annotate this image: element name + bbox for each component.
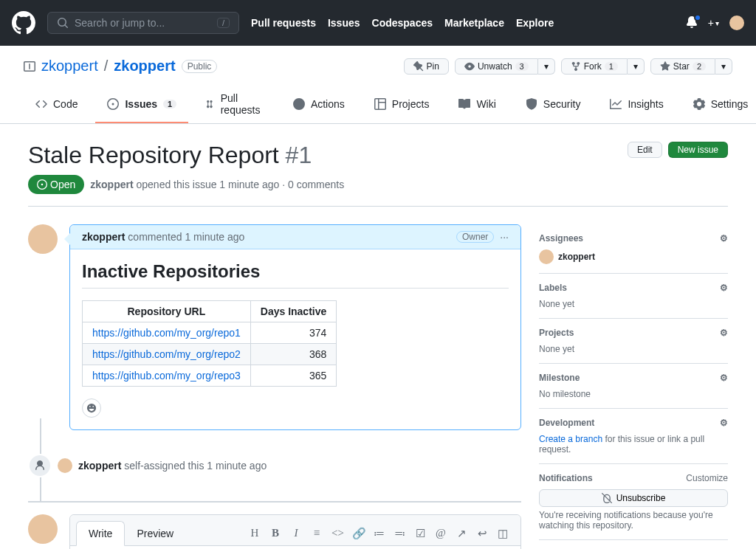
tab-projects[interactable]: Projects <box>362 86 441 123</box>
comment-heading: Inactive Repositories <box>82 261 509 289</box>
preview-tab[interactable]: Preview <box>125 522 185 545</box>
projects-label: Projects <box>539 328 574 338</box>
search-placeholder: Search or jump to... <box>75 17 165 29</box>
gear-icon[interactable]: ⚙ <box>720 233 728 244</box>
tab-pulls[interactable]: Pull requests <box>194 86 275 123</box>
inactive-repos-table: Repository URLDays Inactive https://gith… <box>82 300 337 387</box>
tab-settings[interactable]: Settings <box>681 86 756 123</box>
mention-icon[interactable]: @ <box>435 527 447 540</box>
table-row: https://github.com/my_org/repo3365 <box>83 365 337 387</box>
development-label: Development <box>539 418 594 428</box>
crossref-icon[interactable]: ↗ <box>456 527 467 540</box>
tab-wiki[interactable]: Wiki <box>447 86 507 123</box>
unwatch-dropdown[interactable]: ▾ <box>538 58 555 75</box>
unwatch-button[interactable]: Unwatch3 <box>455 58 538 75</box>
tab-insights[interactable]: Insights <box>598 86 675 123</box>
diff-icon[interactable]: ◫ <box>497 527 509 540</box>
star-dropdown[interactable]: ▾ <box>715 58 732 75</box>
person-icon <box>28 454 52 477</box>
unsubscribe-button[interactable]: Unsubscribe <box>539 489 728 507</box>
visibility-badge: Public <box>182 60 218 73</box>
heading-icon[interactable]: H <box>249 527 261 540</box>
create-branch-link[interactable]: Create a branch <box>539 434 602 444</box>
table-row: https://github.com/my_org/repo2368 <box>83 344 337 365</box>
nav-explore[interactable]: Explore <box>516 17 554 29</box>
gear-icon[interactable]: ⚙ <box>720 418 728 428</box>
projects-value: None yet <box>539 344 728 354</box>
issue-title: Stale Repository Report #1 <box>28 142 312 169</box>
tab-code[interactable]: Code <box>24 86 89 123</box>
owner-badge: Owner <box>456 231 494 243</box>
timeline-event: zkoppert self-assigned this 1 minute ago <box>78 460 267 472</box>
comment-author[interactable]: zkoppert <box>82 231 125 243</box>
italic-icon[interactable]: I <box>290 527 302 540</box>
slash-hint: / <box>217 18 230 28</box>
code-icon[interactable]: <> <box>331 527 343 540</box>
bold-icon[interactable]: B <box>269 527 281 540</box>
fork-button[interactable]: Fork1 <box>561 58 628 75</box>
nav-pull-requests[interactable]: Pull requests <box>251 17 316 29</box>
nav-codespaces[interactable]: Codespaces <box>372 17 433 29</box>
current-user-avatar[interactable] <box>28 514 58 544</box>
assignee-avatar[interactable] <box>539 249 554 264</box>
table-row: https://github.com/my_org/repo1374 <box>83 322 337 344</box>
ol-icon[interactable]: ≕ <box>394 527 405 540</box>
new-issue-button[interactable]: New issue <box>668 142 728 158</box>
search-input[interactable]: Search or jump to... / <box>47 12 239 34</box>
nav-issues[interactable]: Issues <box>328 17 360 29</box>
issue-meta: zkoppert opened this issue 1 minute ago … <box>90 179 344 190</box>
comment-menu-icon[interactable]: ··· <box>500 231 509 243</box>
github-logo-icon[interactable] <box>12 11 35 35</box>
link-icon[interactable]: 🔗 <box>352 527 364 540</box>
gear-icon[interactable]: ⚙ <box>720 328 728 338</box>
create-menu[interactable]: +▾ <box>708 17 719 29</box>
edit-button[interactable]: Edit <box>628 142 662 158</box>
notifications-label: Notifications <box>539 473 593 483</box>
ul-icon[interactable]: ≔ <box>373 527 385 540</box>
quote-icon[interactable]: ≡ <box>311 527 323 540</box>
comment-timestamp: commented 1 minute ago <box>128 231 244 243</box>
tab-security[interactable]: Security <box>514 86 593 123</box>
pin-button[interactable]: Pin <box>404 58 449 75</box>
notification-reason: You're receiving notifications because y… <box>539 510 728 531</box>
event-avatar[interactable] <box>58 458 72 473</box>
labels-value: None yet <box>539 299 728 309</box>
reply-icon[interactable]: ↩ <box>476 527 488 540</box>
mirror-icon <box>24 61 35 72</box>
tab-issues[interactable]: Issues1 <box>95 86 188 123</box>
assignee-name[interactable]: zkoppert <box>558 252 595 262</box>
notifications-icon[interactable] <box>686 16 698 30</box>
tab-actions[interactable]: Actions <box>281 86 357 123</box>
repo-name-link[interactable]: zkoppert <box>114 58 175 75</box>
add-reaction-button[interactable] <box>82 398 101 418</box>
search-icon <box>57 17 69 29</box>
gear-icon[interactable]: ⚙ <box>720 373 728 383</box>
tasklist-icon[interactable]: ☑ <box>414 527 426 540</box>
assignees-label: Assignees <box>539 233 583 244</box>
gear-icon[interactable]: ⚙ <box>720 283 728 293</box>
nav-marketplace[interactable]: Marketplace <box>444 17 504 29</box>
milestone-value: No milestone <box>539 389 728 399</box>
user-avatar[interactable] <box>729 15 744 30</box>
customize-link[interactable]: Customize <box>686 473 728 483</box>
comment-author-avatar[interactable] <box>28 224 58 254</box>
fork-dropdown[interactable]: ▾ <box>628 58 645 75</box>
repo-owner-link[interactable]: zkoppert <box>41 58 98 75</box>
star-button[interactable]: Star2 <box>650 58 715 75</box>
write-tab[interactable]: Write <box>76 521 125 546</box>
labels-label: Labels <box>539 283 567 293</box>
state-badge: Open <box>28 175 84 194</box>
milestone-label: Milestone <box>539 373 580 383</box>
